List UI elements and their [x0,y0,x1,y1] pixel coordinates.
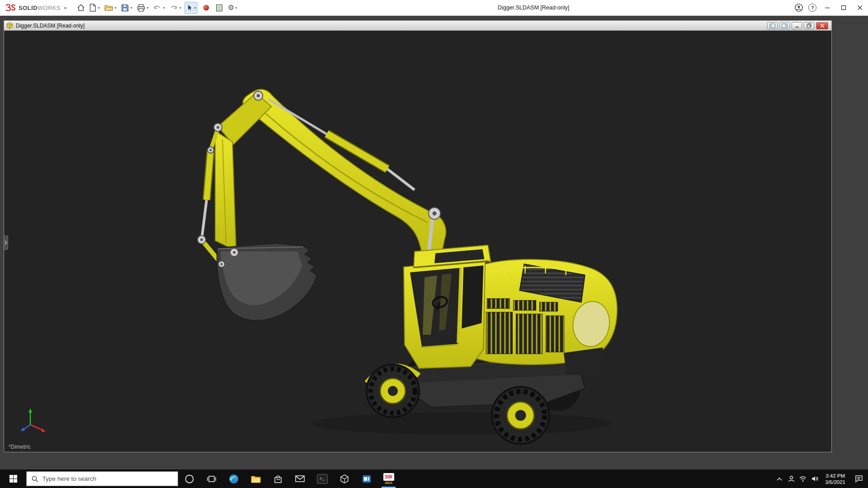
home-icon [76,3,85,12]
maximize-icon [841,5,846,10]
select-tool-button[interactable]: ▾ [184,2,197,14]
save-button[interactable]: ▾ [120,2,133,14]
window-app-button[interactable] [355,469,377,488]
task-view-icon [207,474,217,483]
start-button[interactable] [0,469,26,488]
featuremanager-collapsed-tab[interactable] [4,235,8,250]
app-title: Digger.SLDASM [Read-only] [407,5,660,11]
side-window [462,266,483,328]
redo-icon [169,4,178,12]
edge-icon [228,474,239,484]
document-titlebar[interactable]: Digger.SLDASM [Read-only] [4,21,831,31]
doc-restore-button[interactable] [804,22,814,29]
open-button[interactable]: ▾ [103,2,117,14]
cortana-button[interactable] [178,469,200,488]
doc-minimize-button[interactable] [792,22,802,29]
quick-access-toolbar: ▾ ▾ ▾ ▾ [75,2,241,14]
clock-time: 3:42 PM [825,473,845,479]
terminal-button[interactable]: >_ [311,469,333,488]
rear-wheel[interactable] [492,387,549,444]
options-gear-icon: ⚙ [228,4,234,11]
mail-button[interactable] [289,469,311,488]
new-document-caret[interactable]: ▾ [98,6,99,10]
print-button[interactable]: ▾ [136,2,149,14]
minimize-icon [825,5,830,10]
doc-close-icon [820,23,825,28]
pane-left-button[interactable] [767,22,778,29]
file-explorer-button[interactable] [245,469,267,488]
document-window-controls [767,22,829,29]
cab[interactable] [404,245,491,369]
options-button[interactable]: ⚙ ▾ [226,2,239,14]
clock-date: 3/5/2021 [825,479,845,485]
search-input[interactable] [42,475,173,482]
solidworks-year-badge: 2021 [385,481,392,485]
terminal-icon: >_ [317,474,328,484]
engine-house[interactable] [475,259,617,375]
red-sphere-icon [203,4,210,11]
split-pane-left-icon [769,23,775,28]
close-icon [857,5,863,10]
new-document-button[interactable]: ▾ [88,2,100,14]
windows-taskbar: >_ SW 2021 [0,469,868,488]
redo-caret[interactable]: ▾ [179,6,181,10]
start-icon [9,475,17,483]
action-center-button[interactable] [850,469,868,488]
mail-icon [295,474,305,483]
account-button[interactable] [792,0,806,15]
solidworks-app-button[interactable]: SW 2021 [377,469,400,488]
edge-button[interactable] [222,469,245,488]
doc-close-button[interactable] [816,22,828,29]
expand-panel-icon [5,240,7,245]
tray-volume-button[interactable] [809,469,821,488]
store-button[interactable] [267,469,289,488]
save-caret[interactable]: ▾ [130,6,132,10]
menu-expand-icon[interactable]: ▸ [65,5,67,10]
close-button[interactable] [852,0,868,15]
help-button[interactable]: ? [806,0,819,15]
graphics-viewport[interactable]: *Dimetric [4,31,831,452]
open-caret[interactable]: ▾ [114,6,116,10]
minimize-button[interactable] [819,0,835,15]
red-sphere-button[interactable] [200,2,212,14]
excavator-model[interactable] [4,31,831,452]
doc-minimize-icon [795,23,799,28]
save-icon [121,4,129,12]
taskbar-search[interactable] [26,471,178,486]
undo-button[interactable]: ▾ [152,2,165,14]
doc-restore-icon [807,23,811,28]
pane-right-button[interactable] [779,22,790,29]
print-icon [137,4,146,12]
account-icon [794,3,803,12]
view-orientation-label: *Dimetric [9,444,31,450]
side-vent-grille [486,312,512,354]
brand-text: SOLIDWORKS [19,5,61,11]
design-table-icon [215,4,223,12]
action-center-icon [855,475,863,483]
tray-expand-button[interactable] [774,469,785,488]
system-tray: 3:42 PM 3/5/2021 [774,469,868,488]
home-button[interactable] [75,2,87,14]
app-titlebar: SOLIDWORKS ▸ ▾ ▾ [0,0,868,16]
undo-caret[interactable]: ▾ [163,6,165,10]
solidworks-logo-icon [5,4,16,12]
viewer-button[interactable] [333,469,355,488]
ground-shadow [312,412,611,435]
options-caret[interactable]: ▾ [235,6,237,10]
tray-network-button[interactable] [797,469,809,488]
new-document-icon [89,3,97,12]
task-view-button[interactable] [200,469,222,488]
select-caret[interactable]: ▾ [194,6,196,10]
store-icon [273,474,283,484]
orientation-triad [15,407,50,435]
stick-cylinder [207,150,211,200]
front-wheel[interactable] [367,365,419,417]
assembly-icon [6,22,13,29]
taskbar-clock[interactable]: 3:42 PM 3/5/2021 [821,469,850,488]
redo-button[interactable]: ▾ [168,2,182,14]
design-table-button[interactable] [213,2,226,14]
tray-people-button[interactable] [785,469,797,488]
maximize-button[interactable] [835,0,852,15]
print-caret[interactable]: ▾ [146,6,148,10]
window-controls: ? [792,0,868,15]
